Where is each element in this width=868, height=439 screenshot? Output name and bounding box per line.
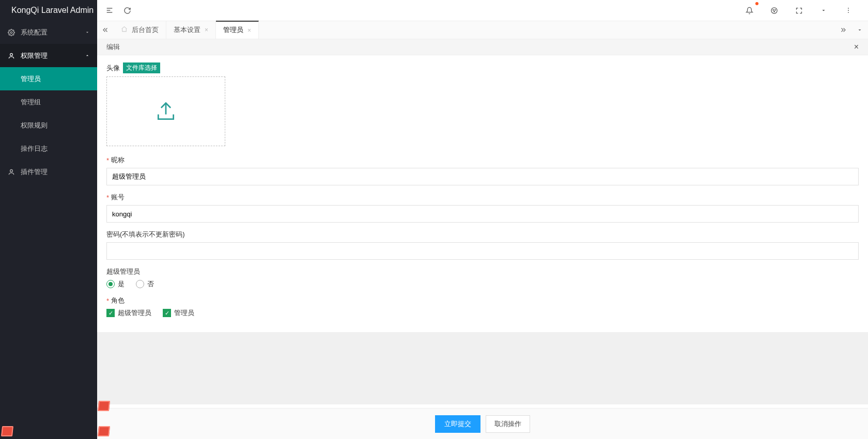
account-label: 账号 <box>111 193 125 202</box>
user-icon <box>7 168 16 176</box>
brand-title: KongQi Laravel Admin <box>0 0 97 21</box>
gear-icon <box>7 28 16 37</box>
close-icon[interactable]: × <box>247 27 251 34</box>
collapse-sidebar-button[interactable] <box>102 3 117 18</box>
sidebar-item-label: 权限规则 <box>21 114 48 137</box>
svg-point-7 <box>772 9 773 10</box>
file-library-button[interactable]: 文件库选择 <box>123 62 160 73</box>
sidebar-item-label: 操作日志 <box>21 137 48 160</box>
sidebar-item-permissions[interactable]: 权限管理 <box>0 44 97 67</box>
password-label: 密码(不填表示不更新密码) <box>106 230 185 239</box>
sidebar-item-system[interactable]: 系统配置 <box>0 21 97 44</box>
sidebar-item-admin-groups[interactable]: 管理组 <box>0 90 97 114</box>
tabs-scroll-left[interactable] <box>97 21 114 39</box>
sidebar-item-label: 插件管理 <box>21 160 48 183</box>
sidebar: KongQi Laravel Admin 系统配置 权限管理 管理员 <box>0 0 97 439</box>
tabs-row: 后台首页 基本设置 × 管理员 × <box>97 21 868 39</box>
submit-button[interactable]: 立即提交 <box>435 415 481 433</box>
tab-label: 后台首页 <box>132 26 159 35</box>
sidebar-item-operation-log[interactable]: 操作日志 <box>0 137 97 160</box>
svg-point-8 <box>774 9 776 10</box>
cancel-button[interactable]: 取消操作 <box>486 415 530 433</box>
sidebar-item-plugins[interactable]: 插件管理 <box>0 160 97 183</box>
tab-home[interactable]: 后台首页 <box>114 21 166 39</box>
more-icon[interactable] <box>841 3 856 18</box>
debug-badge-icon[interactable] <box>98 426 110 436</box>
form-area: 头像 文件库选择 *昵称 *账号 密码(不填表示不更新密码) 超级管理员 <box>97 55 868 439</box>
svg-point-9 <box>773 11 774 12</box>
account-input[interactable] <box>106 205 859 223</box>
radio-icon <box>136 280 144 288</box>
radio-label: 否 <box>147 279 154 289</box>
tabs-scroll-right[interactable] <box>835 21 851 39</box>
sidebar-item-label: 权限管理 <box>21 44 48 67</box>
checkbox-label: 管理员 <box>174 308 194 318</box>
tab-label: 管理员 <box>223 26 243 35</box>
nickname-label: 昵称 <box>111 155 125 165</box>
debug-badge-icon[interactable] <box>98 401 110 411</box>
svg-point-10 <box>848 8 849 9</box>
svg-point-11 <box>848 10 849 11</box>
fullscreen-icon[interactable] <box>792 3 806 18</box>
panel-close-button[interactable]: × <box>854 42 859 52</box>
checkbox-icon: ✓ <box>106 309 115 317</box>
role-checkbox-superadmin[interactable]: ✓ 超级管理员 <box>106 308 151 318</box>
close-icon[interactable]: × <box>205 26 208 34</box>
panel-header: 编辑 × <box>97 39 868 55</box>
sidebar-item-label: 管理组 <box>21 90 41 114</box>
sidebar-item-admins[interactable]: 管理员 <box>0 67 97 90</box>
footer-bar: 立即提交 取消操作 <box>97 408 868 439</box>
nickname-input[interactable] <box>106 168 859 185</box>
avatar-label: 头像 <box>106 64 120 73</box>
sidebar-item-label: 系统配置 <box>21 21 48 44</box>
chevron-down-icon <box>85 21 90 44</box>
role-label: 角色 <box>111 296 125 305</box>
theme-icon[interactable] <box>767 3 781 18</box>
checkbox-label: 超级管理员 <box>118 308 151 318</box>
refresh-button[interactable] <box>120 3 134 18</box>
password-input[interactable] <box>106 242 859 260</box>
sidebar-item-label: 管理员 <box>21 67 41 90</box>
radio-icon <box>106 280 115 288</box>
sidebar-item-permission-rules[interactable]: 权限规则 <box>0 114 97 137</box>
upload-icon <box>154 100 177 123</box>
svg-point-0 <box>10 32 12 34</box>
chevron-up-icon <box>85 44 90 67</box>
superadmin-label: 超级管理员 <box>106 267 140 276</box>
svg-point-6 <box>771 7 777 13</box>
tab-label: 基本设置 <box>174 26 200 35</box>
spacer <box>97 332 868 404</box>
home-icon <box>121 26 128 34</box>
svg-point-2 <box>10 169 13 172</box>
user-icon <box>7 52 16 60</box>
role-checkbox-admin[interactable]: ✓ 管理员 <box>163 308 194 318</box>
debug-badge-icon[interactable] <box>1 426 13 436</box>
notification-icon[interactable] <box>742 3 756 18</box>
tab-basic-settings[interactable]: 基本设置 × <box>166 21 216 39</box>
header <box>97 0 868 21</box>
tab-admins[interactable]: 管理员 × <box>216 21 259 39</box>
checkbox-icon: ✓ <box>163 309 171 317</box>
svg-point-12 <box>848 12 849 13</box>
svg-point-1 <box>10 53 13 56</box>
superadmin-radio-yes[interactable]: 是 <box>106 279 125 289</box>
panel-title-text: 编辑 <box>106 42 120 52</box>
superadmin-radio-no[interactable]: 否 <box>136 279 154 289</box>
avatar-upload[interactable] <box>106 76 225 146</box>
radio-label: 是 <box>118 279 125 289</box>
tabs-dropdown[interactable] <box>851 21 868 39</box>
user-dropdown-icon[interactable] <box>816 3 831 18</box>
